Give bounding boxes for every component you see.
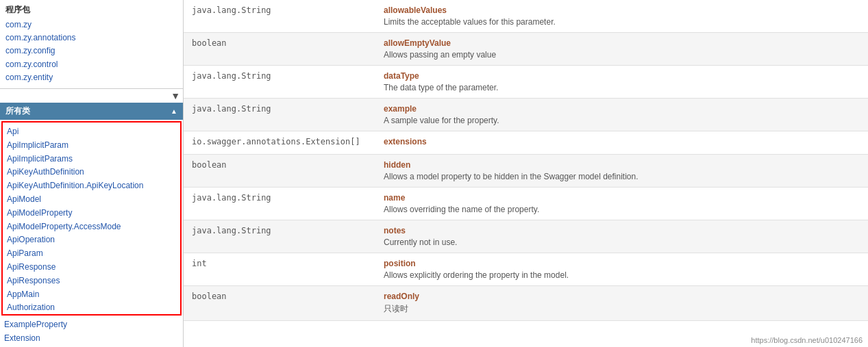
desc-cell: allowEmptyValueAllows passing an empty v… [375,33,868,66]
scroll-indicator: ▼ [0,89,183,103]
class-link[interactable]: Api [3,125,180,139]
class-link[interactable]: ApiImplicitParam [3,139,180,153]
type-cell: java.lang.String [184,99,375,131]
class-link[interactable]: ApiOperation [3,233,180,247]
class-link[interactable]: AuthorizationScope [3,315,180,316]
class-link[interactable]: ApiParam [3,247,180,261]
field-desc: Limits the acceptable values for this pa… [384,17,556,27]
desc-cell: nameAllows overriding the name of the pr… [375,188,868,220]
type-cell: java.lang.String [184,188,375,220]
package-link[interactable]: com.zy.annotations [5,31,177,44]
sidebar: 程序包 com.zycom.zy.annotationscom.zy.confi… [0,0,184,347]
field-name: readOnly [384,292,860,301]
class-link[interactable]: ApiKeyAuthDefinition.ApiKeyLocation [3,179,180,193]
table-row: java.lang.StringdataTypeThe data type of… [184,66,868,99]
main-content: java.lang.StringallowableValuesLimits th… [184,0,868,347]
field-desc: Currently not in use. [384,237,457,247]
field-desc: Allows passing an empty value [384,50,496,60]
type-cell: boolean [184,33,375,66]
class-link[interactable]: ApiKeyAuthDefinition [3,166,180,179]
desc-cell: readOnly只读时 [375,286,868,321]
package-link[interactable]: com.zy.entity [5,71,177,84]
table-row: java.lang.StringallowableValuesLimits th… [184,0,868,33]
api-table: java.lang.StringallowableValuesLimits th… [184,0,868,321]
class-link-outside[interactable]: ExampleProperty [4,318,179,332]
watermark: https://blog.csdn.net/u010247166 [751,336,863,344]
desc-cell: dataTypeThe data type of the parameter. [375,66,868,99]
table-row: booleanreadOnly只读时 [184,286,868,321]
package-link[interactable]: com.zy.control [5,58,177,71]
field-name: extensions [384,137,860,146]
table-row: booleanallowEmptyValueAllows passing an … [184,33,868,66]
all-classes-header: 所有类 ▲ [0,103,183,120]
desc-cell: allowableValuesLimits the acceptable val… [375,0,868,33]
field-desc: 只读时 [384,304,408,313]
field-desc: The data type of the parameter. [384,83,498,92]
type-cell: java.lang.String [184,220,375,253]
desc-cell: positionAllows explicitly ordering the p… [375,253,868,286]
table-row: intpositionAllows explicitly ordering th… [184,253,868,286]
header-scroll-arrow: ▲ [171,107,177,115]
desc-cell: exampleA sample value for the property. [375,99,868,131]
type-cell: java.lang.String [184,66,375,99]
field-desc: A sample value for the property. [384,116,499,125]
type-cell: java.lang.String [184,0,375,33]
table-row: io.swagger.annotations.Extension[]extens… [184,131,868,155]
field-name: allowEmptyValue [384,38,860,48]
desc-cell: extensions [375,131,868,155]
type-cell: boolean [184,155,375,188]
type-cell: boolean [184,286,375,321]
all-classes-label: 所有类 [5,105,30,117]
type-cell: int [184,253,375,286]
class-link[interactable]: ApiImplicitParams [3,153,180,166]
table-row: java.lang.StringexampleA sample value fo… [184,99,868,131]
sidebar-top: 程序包 com.zycom.zy.annotationscom.zy.confi… [0,0,183,89]
field-name: dataType [384,71,860,81]
class-link[interactable]: ApiModelProperty [3,207,180,220]
class-link[interactable]: ApiModel [3,193,180,207]
field-name: notes [384,226,860,235]
package-links: com.zycom.zy.annotationscom.zy.configcom… [5,18,177,84]
class-link[interactable]: AppMain [3,288,180,302]
field-name: example [384,104,860,114]
class-list-boxed[interactable]: ApiApiImplicitParamApiImplicitParamsApiK… [1,121,182,316]
class-link[interactable]: Authorization [3,301,180,315]
desc-cell: hiddenAllows a model property to be hidd… [375,155,868,188]
class-list-outside: ExamplePropertyExtension [0,317,183,347]
field-name: allowableValues [384,5,860,15]
class-link-outside[interactable]: Extension [4,332,179,346]
field-desc: Allows a model property to be hidden in … [384,172,638,181]
class-link[interactable]: ApiResponses [3,274,180,288]
package-link[interactable]: com.zy.config [5,44,177,57]
package-link[interactable]: com.zy [5,18,177,31]
field-name: hidden [384,160,860,170]
packages-title: 程序包 [5,4,177,16]
field-name: position [384,259,860,268]
class-link[interactable]: ApiResponse [3,261,180,274]
field-name: name [384,193,860,203]
table-row: java.lang.StringnameAllows overriding th… [184,188,868,220]
field-desc: Allows explicitly ordering the property … [384,270,569,280]
type-cell: io.swagger.annotations.Extension[] [184,131,375,155]
field-desc: Allows overriding the name of the proper… [384,205,539,214]
table-row: java.lang.StringnotesCurrently not in us… [184,220,868,253]
table-row: booleanhiddenAllows a model property to … [184,155,868,188]
class-link[interactable]: ApiModelProperty.AccessMode [3,220,180,234]
desc-cell: notesCurrently not in use. [375,220,868,253]
